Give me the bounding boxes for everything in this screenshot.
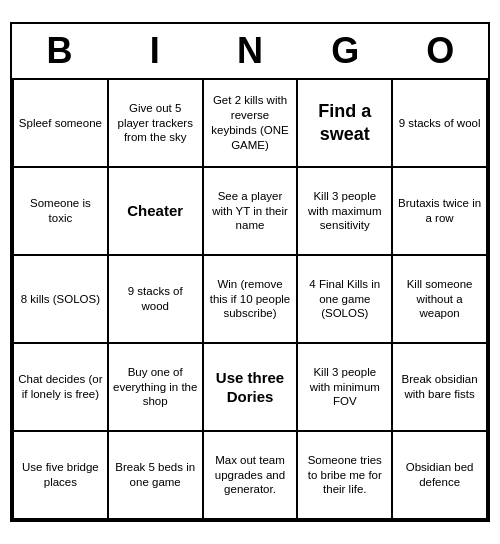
cell-3[interactable]: Find a sweat: [298, 80, 393, 168]
cell-22[interactable]: Max out team upgrades and generator.: [204, 432, 299, 520]
bingo-card: B I N G O Spleef someone Give out 5 play…: [10, 22, 490, 522]
cell-18[interactable]: Kill 3 people with minimum FOV: [298, 344, 393, 432]
header-letter-i: I: [111, 30, 199, 72]
cell-19[interactable]: Break obsidian with bare fists: [393, 344, 488, 432]
cell-8[interactable]: Kill 3 people with maximum sensitivity: [298, 168, 393, 256]
header-letter-g: G: [301, 30, 389, 72]
header-letter-o: O: [396, 30, 484, 72]
cell-0[interactable]: Spleef someone: [14, 80, 109, 168]
cell-6[interactable]: Cheater: [109, 168, 204, 256]
bingo-header: B I N G O: [12, 24, 488, 80]
header-letter-n: N: [206, 30, 294, 72]
cell-17[interactable]: Use three Dories: [204, 344, 299, 432]
cell-5[interactable]: Someone is toxic: [14, 168, 109, 256]
bingo-grid: Spleef someone Give out 5 player tracker…: [12, 80, 488, 520]
cell-4[interactable]: 9 stacks of wool: [393, 80, 488, 168]
cell-15[interactable]: Chat decides (or if lonely is free): [14, 344, 109, 432]
cell-2[interactable]: Get 2 kills with reverse keybinds (ONE G…: [204, 80, 299, 168]
cell-10[interactable]: 8 kills (SOLOS): [14, 256, 109, 344]
cell-11[interactable]: 9 stacks of wood: [109, 256, 204, 344]
cell-14[interactable]: Kill someone without a weapon: [393, 256, 488, 344]
cell-1[interactable]: Give out 5 player trackers from the sky: [109, 80, 204, 168]
cell-7[interactable]: See a player with YT in their name: [204, 168, 299, 256]
cell-23[interactable]: Someone tries to bribe me for their life…: [298, 432, 393, 520]
cell-9[interactable]: Brutaxis twice in a row: [393, 168, 488, 256]
cell-21[interactable]: Break 5 beds in one game: [109, 432, 204, 520]
cell-16[interactable]: Buy one of everything in the shop: [109, 344, 204, 432]
cell-24[interactable]: Obsidian bed defence: [393, 432, 488, 520]
cell-20[interactable]: Use five bridge places: [14, 432, 109, 520]
header-letter-b: B: [16, 30, 104, 72]
cell-12[interactable]: Win (remove this if 10 people subscribe): [204, 256, 299, 344]
cell-13[interactable]: 4 Final Kills in one game (SOLOS): [298, 256, 393, 344]
